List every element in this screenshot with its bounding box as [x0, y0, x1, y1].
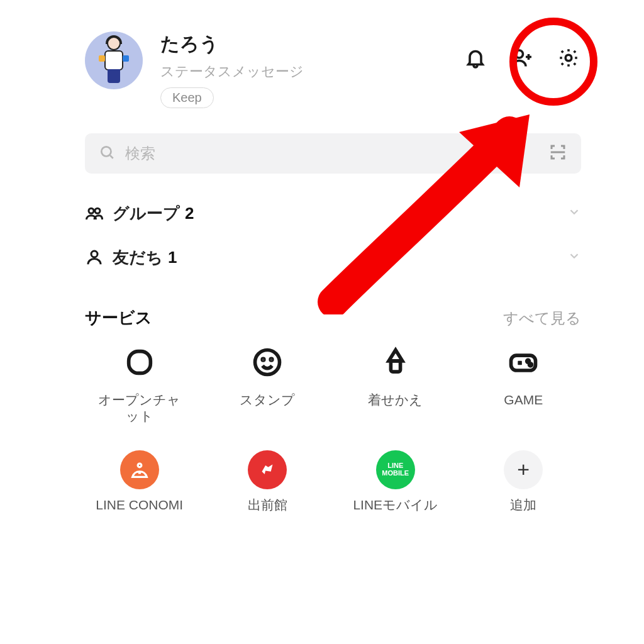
search-icon [99, 144, 115, 163]
service-add[interactable]: + 追加 [460, 450, 588, 513]
service-label: 追加 [510, 497, 536, 513]
service-label: LINE CONOMI [96, 497, 183, 513]
demaekan-icon [248, 450, 287, 489]
service-label: 出前館 [248, 497, 287, 513]
keep-chip[interactable]: Keep [160, 87, 214, 108]
service-openchat[interactable]: オープンチャット [75, 340, 204, 425]
svg-point-14 [138, 464, 142, 467]
service-theme[interactable]: 着せかえ [331, 340, 460, 425]
search-placeholder: 検索 [125, 143, 538, 164]
search-input[interactable]: 検索 [85, 133, 581, 174]
svg-point-2 [101, 147, 111, 156]
chevron-down-icon [567, 249, 581, 265]
svg-rect-10 [391, 361, 400, 372]
service-label: 着せかえ [368, 392, 423, 408]
qr-scan-icon[interactable] [548, 143, 567, 164]
groups-row[interactable]: グループ 2 [85, 191, 581, 235]
friends-count: 1 [168, 248, 177, 267]
line-mobile-icon: LINE MOBILE [376, 450, 415, 489]
avatar[interactable] [85, 31, 143, 89]
svg-point-8 [262, 358, 264, 360]
svg-point-0 [516, 50, 523, 58]
svg-point-7 [255, 350, 280, 375]
person-icon [85, 248, 113, 267]
openchat-icon [118, 340, 162, 384]
services-see-all[interactable]: すべて見る [503, 308, 581, 328]
service-label: オープンチャット [92, 392, 187, 425]
groups-count: 2 [185, 204, 194, 223]
service-demaekan[interactable]: 出前館 [204, 450, 332, 513]
svg-point-12 [527, 360, 530, 362]
notification-icon[interactable] [463, 45, 488, 70]
plus-icon: + [504, 450, 543, 489]
service-conomi[interactable]: LINE CONOMI [75, 450, 204, 513]
svg-point-13 [530, 364, 532, 366]
gamepad-icon [501, 340, 545, 384]
friends-label: 友だち [113, 247, 163, 269]
profile-name[interactable]: たろう [160, 31, 463, 57]
friends-row[interactable]: 友だち 1 [85, 235, 581, 279]
svg-point-3 [89, 208, 94, 213]
brush-icon [374, 340, 418, 384]
service-label: スタンプ [240, 392, 295, 408]
svg-point-1 [565, 55, 572, 61]
settings-icon[interactable] [556, 45, 581, 70]
service-line-mobile[interactable]: LINE MOBILE LINEモバイル [331, 450, 460, 513]
conomi-icon [120, 450, 159, 489]
avatar-illustration [95, 36, 133, 84]
svg-point-5 [91, 251, 97, 257]
svg-rect-6 [128, 352, 150, 374]
service-label: GAME [504, 392, 543, 408]
profile-status[interactable]: ステータスメッセージ [160, 62, 463, 81]
services-title: サービス [85, 307, 152, 329]
service-label: LINEモバイル [353, 497, 438, 513]
service-stamp[interactable]: スタンプ [204, 340, 332, 425]
add-friend-icon[interactable] [509, 45, 535, 70]
service-game[interactable]: GAME [460, 340, 588, 425]
svg-point-9 [270, 358, 272, 360]
groups-label: グループ [113, 203, 180, 225]
smile-icon [245, 340, 289, 384]
svg-point-4 [95, 208, 100, 213]
chevron-down-icon [567, 205, 581, 221]
groups-icon [85, 204, 113, 223]
